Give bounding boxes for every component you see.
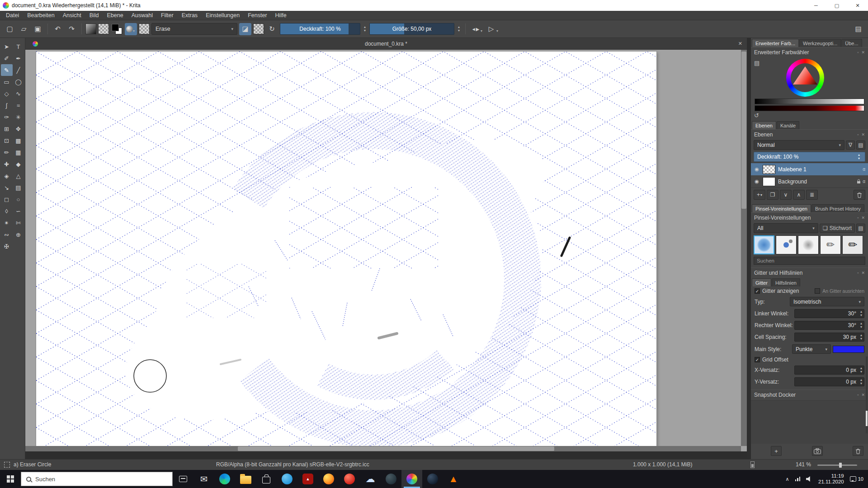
taskbar-icon-edge[interactable]	[214, 470, 235, 488]
layer-properties-button[interactable]: ≣	[806, 190, 818, 200]
taskbar-icon-acrobat[interactable]: ▲	[297, 470, 318, 488]
tool-ellipse-select[interactable]: ○	[13, 193, 24, 205]
gradient-chooser[interactable]	[85, 23, 96, 34]
taskbar-search-input[interactable]: Suchen	[21, 472, 173, 486]
horizontal-scrollbar[interactable]	[25, 446, 741, 451]
tool-calligraphy[interactable]: ✒	[13, 52, 24, 64]
tag-button[interactable]: ❏ Stichwort	[820, 224, 855, 233]
preset-search-input[interactable]: Suchen	[754, 257, 865, 265]
selection-mode-icon[interactable]	[4, 462, 10, 468]
taskbar-icon-store[interactable]	[256, 470, 277, 488]
menu-item-ansicht[interactable]: Ansicht	[59, 11, 85, 20]
eraser-mode-button[interactable]: ◪	[239, 23, 251, 35]
tool-gradient[interactable]: ▩	[13, 135, 24, 146]
menu-item-bild[interactable]: Bild	[85, 11, 103, 20]
tool-multibrush[interactable]: ✳	[13, 111, 24, 123]
main-style-select[interactable]: Punkte ▾	[792, 344, 831, 354]
menu-item-bearbeiten[interactable]: Bearbeiten	[23, 11, 58, 20]
taskbar-icon-onedrive[interactable]: ☁	[360, 470, 381, 488]
taskbar-icon-mail[interactable]: ✉	[193, 470, 214, 488]
float-docker-icon[interactable]: ▫	[857, 216, 859, 220]
float-docker-icon[interactable]: ▫	[857, 393, 859, 397]
tool-move[interactable]: ✥	[13, 123, 24, 135]
tool-smart-patch[interactable]: ✚	[1, 158, 13, 170]
close-docker-icon[interactable]: ✕	[861, 132, 865, 137]
size-slider[interactable]: Größe: 50,00 px	[369, 23, 454, 35]
mirror-horizontal-button[interactable]: ◄▶	[469, 23, 481, 35]
tool-select-shapes[interactable]: ➤	[1, 41, 13, 52]
layers-tab-ebenen[interactable]: Ebenen	[752, 121, 776, 129]
tool-polyline[interactable]: ∿	[13, 88, 24, 99]
left-angle-spinbox[interactable]: 30° ▴▾	[794, 309, 864, 318]
zoom-slider-thumb[interactable]	[839, 463, 842, 468]
taskbar-icon-firefox[interactable]	[318, 470, 339, 488]
layers-tab-kanäle[interactable]: Kanäle	[777, 121, 799, 129]
alpha-lock-icon[interactable]: α	[863, 167, 865, 172]
taskbar-icon-opera[interactable]	[339, 470, 360, 488]
switch-to-snapshot-button[interactable]	[812, 446, 823, 456]
snap-to-grid-checkbox[interactable]	[815, 288, 820, 294]
taskbar-clock[interactable]: 11:19 21.11.2020	[818, 473, 844, 485]
brush-preset-combo[interactable]: Erase ▾	[151, 23, 237, 35]
filter-layers-icon[interactable]: ∇	[846, 141, 855, 150]
menu-item-auswahl[interactable]: Auswahl	[127, 11, 157, 20]
size-spinner[interactable]: ▴ ▾	[456, 25, 462, 33]
preserve-alpha-toggle[interactable]	[253, 23, 264, 34]
reload-preset-button[interactable]: ↻	[266, 23, 278, 35]
grid-tab-hilfslinien[interactable]: Hilfslinien	[772, 278, 800, 286]
grid-tab-gitter[interactable]: Gitter	[752, 278, 771, 286]
layer-row-malebene-1[interactable]: ◉ Malebene 1 α	[751, 163, 868, 175]
tool-text[interactable]: T	[13, 41, 24, 52]
foreground-background-colors[interactable]	[111, 23, 123, 35]
float-docker-icon[interactable]: ▫	[857, 132, 859, 137]
minimize-button[interactable]: ─	[806, 0, 826, 11]
tool-dynamic-brush[interactable]: ✑	[1, 111, 13, 123]
tool-freehand-brush[interactable]: ✎	[1, 64, 13, 76]
presets-tab-pinsel-voreinstellungen[interactable]: Pinsel-Voreinstellungen	[752, 204, 811, 212]
save-button[interactable]: ▣	[32, 23, 44, 35]
document-canvas[interactable]	[36, 52, 656, 446]
shade-selector-red[interactable]	[755, 105, 864, 111]
menu-item-datei[interactable]: Datei	[2, 11, 23, 20]
brush-preset-eraser-soft[interactable]	[798, 235, 819, 254]
shade-selector-light[interactable]	[755, 99, 864, 104]
y-offset-spinbox[interactable]: 0 px ▴▾	[794, 377, 864, 386]
add-layer-button[interactable]: +▾	[754, 190, 765, 200]
menu-item-fenster[interactable]: Fenster	[244, 11, 271, 20]
volume-icon[interactable]	[806, 476, 812, 482]
close-docker-icon[interactable]: ✕	[861, 216, 865, 220]
layer-visibility-icon[interactable]: ◉	[754, 178, 760, 184]
layer-row-background[interactable]: ◉ Background α	[751, 175, 868, 188]
menu-item-filter[interactable]: Filter	[157, 11, 178, 20]
action-center-button[interactable]: 10	[850, 476, 863, 482]
presets-tab-brush-preset-history[interactable]: Brush Preset History	[811, 204, 864, 212]
float-docker-icon[interactable]: ▫	[857, 50, 859, 55]
undo-button[interactable]: ↶	[52, 23, 64, 35]
document-close-icon[interactable]: ✕	[738, 41, 742, 47]
preset-view-icon[interactable]: ▤	[856, 224, 865, 233]
selector-settings-icon[interactable]: ▤	[754, 60, 760, 66]
redo-button[interactable]: ↷	[66, 23, 78, 35]
caret-down-icon[interactable]: ▾	[456, 29, 462, 33]
menu-item-einstellungen[interactable]: Einstellungen	[202, 11, 244, 20]
tool-measure[interactable]: ↘	[1, 182, 13, 193]
delete-layer-button[interactable]	[854, 190, 865, 200]
chevron-down-icon[interactable]: ▾	[496, 29, 498, 33]
remove-snapshot-button[interactable]	[853, 446, 863, 456]
tool-enclose-fill[interactable]: ◈	[1, 170, 13, 182]
close-docker-icon[interactable]: ✕	[861, 393, 865, 397]
tool-assistants[interactable]: △	[13, 170, 24, 182]
pattern-fill-toggle[interactable]	[139, 23, 150, 34]
tool-polygon-select[interactable]: ◊	[1, 205, 13, 217]
layer-opacity-spinner[interactable]: ▴ ▾	[856, 153, 862, 160]
grid-offset-checkbox[interactable]	[755, 357, 760, 362]
advanced-color-selector[interactable]: ▤ ↺	[751, 57, 868, 120]
menu-item-hilfe[interactable]: Hilfe	[271, 11, 291, 20]
brush-preset-pencil-6b[interactable]	[842, 235, 863, 254]
move-layer-down-button[interactable]: ∨	[780, 190, 792, 200]
vertical-scrollbar[interactable]	[741, 50, 747, 446]
show-grid-checkbox[interactable]	[755, 288, 760, 294]
document-tab-title[interactable]: document_0.kra *	[365, 41, 407, 47]
docker-tab-übe[interactable]: Übe...	[841, 39, 862, 47]
pattern-chooser[interactable]	[98, 23, 109, 34]
